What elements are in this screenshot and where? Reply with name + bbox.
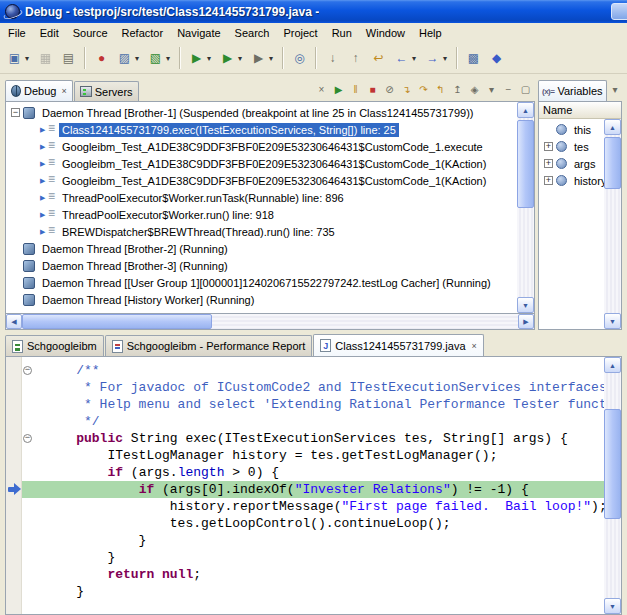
variables-row[interactable]: +tes	[539, 138, 604, 155]
menu-navigate[interactable]: Navigate	[170, 24, 227, 42]
scroll-left-icon[interactable]: ◀	[6, 314, 22, 329]
debug-tree-row[interactable]: ThreadPoolExecutor$Worker.run() line: 91…	[6, 206, 517, 223]
menu-source[interactable]: Source	[66, 24, 115, 42]
scroll-thumb[interactable]	[517, 120, 534, 208]
dropdown-arrow-icon[interactable]: ▾	[164, 54, 172, 63]
editor-tab-schgoogleibm[interactable]: Schgoogleibm	[5, 335, 104, 356]
fold-marker-icon[interactable]: −	[23, 366, 32, 375]
variables-tree[interactable]: this+tes+args+history	[539, 119, 604, 329]
code-line[interactable]: if (args[0].indexOf("Invester Relations"…	[22, 481, 604, 498]
scroll-track[interactable]	[604, 135, 621, 313]
menu-edit[interactable]: Edit	[33, 24, 66, 42]
step-return-button[interactable]: ↰	[433, 82, 448, 97]
new-report-button[interactable]: ▧▾	[144, 46, 175, 70]
code-line[interactable]: − public String exec(ITestExecutionServi…	[22, 430, 604, 447]
scroll-track[interactable]	[22, 314, 518, 329]
editor-lines[interactable]: − /** * For javadoc of ICustomCode2 and …	[22, 357, 604, 614]
debug-tree-row[interactable]: Googleibm_Test_A1DE38C9DDF3FBF0E209E5323…	[6, 138, 517, 155]
code-line[interactable]: − /**	[22, 362, 604, 379]
scroll-down-icon[interactable]: ▼	[604, 313, 621, 329]
menu-project[interactable]: Project	[276, 24, 324, 42]
next-annotation-button[interactable]: ↓	[321, 46, 344, 70]
debug-tree-row[interactable]: ThreadPoolExecutor$Worker.runTask(Runnab…	[6, 189, 517, 206]
minimize-button[interactable]	[611, 3, 627, 20]
code-line[interactable]: }	[22, 583, 604, 600]
scroll-up-icon[interactable]: ▲	[604, 357, 621, 373]
code-line[interactable]: ITestLogManager history = tes.getTestLog…	[22, 447, 604, 464]
debug-vertical-scrollbar[interactable]: ▲ ▼	[517, 102, 534, 313]
view-menu-button[interactable]: ▾	[484, 82, 499, 97]
dropdown-arrow-icon[interactable]: ▾	[267, 54, 275, 63]
menu-file[interactable]: File	[1, 24, 33, 42]
minimize-view-button[interactable]: −	[501, 82, 516, 97]
use-step-filters-button[interactable]: ◈	[467, 82, 482, 97]
run-button[interactable]: ▶▾	[216, 46, 247, 70]
tree-expander[interactable]: +	[544, 159, 553, 168]
back-button[interactable]: ←▾	[390, 46, 421, 70]
scroll-thumb[interactable]	[604, 409, 621, 519]
search-button[interactable]: ◎	[288, 46, 311, 70]
java-perspective-button[interactable]: ◆	[485, 46, 508, 70]
variables-row[interactable]: +args	[539, 155, 604, 172]
suspend-button[interactable]: ‖	[348, 82, 363, 97]
menu-window[interactable]: Window	[359, 24, 412, 42]
debug-tree-row[interactable]: BREWDispatcher$BREWThread(Thread).run() …	[6, 223, 517, 240]
tab-variables[interactable]: (x)= Variables	[538, 80, 607, 101]
editor-tab-schgoogleibm-performance-report[interactable]: Schgoogleibm - Performance Report	[105, 335, 313, 356]
code-line[interactable]: history.reportMessage("First page failed…	[22, 498, 604, 515]
variables-row[interactable]: +history	[539, 172, 604, 189]
code-line[interactable]: tes.getLoopControl().continueLoop();	[22, 515, 604, 532]
tree-expander[interactable]: −	[11, 108, 20, 117]
debug-tree-row[interactable]: Class1241455731799.exec(ITestExecutionSe…	[6, 121, 517, 138]
scroll-up-icon[interactable]: ▲	[604, 119, 621, 135]
dropdown-arrow-icon[interactable]: ▾	[410, 54, 418, 63]
close-icon[interactable]: ×	[472, 341, 477, 351]
variables-name-column-header[interactable]: Name	[539, 102, 621, 119]
remove-all-terminated-button[interactable]: ×	[314, 82, 329, 97]
record-test-button[interactable]: ●	[90, 46, 113, 70]
dropdown-arrow-icon[interactable]: ▾	[133, 54, 141, 63]
maximize-view-button[interactable]: ▢	[518, 82, 533, 97]
title-bar[interactable]: Debug - testproj/src/test/Class124145573…	[0, 0, 627, 23]
code-line[interactable]: * For javadoc of ICustomCode2 and ITestE…	[22, 379, 604, 396]
debug-horizontal-scrollbar[interactable]: ◀ ▶	[5, 314, 535, 330]
debug-tree-row[interactable]: Daemon Thread [Brother-3] (Running)	[6, 257, 517, 274]
code-line[interactable]: */	[22, 413, 604, 430]
debug-tree-row[interactable]: −Daemon Thread [Brother-1] (Suspended (b…	[6, 104, 517, 121]
terminate-button[interactable]: ■	[365, 82, 380, 97]
step-over-button[interactable]: ↷	[416, 82, 431, 97]
dropdown-arrow-icon[interactable]: ▾	[236, 54, 244, 63]
scroll-down-icon[interactable]: ▼	[604, 598, 621, 614]
debug-tree-row[interactable]: Daemon Thread [History Worker] (Running)	[6, 291, 517, 308]
scroll-track[interactable]	[517, 118, 534, 297]
variables-row[interactable]: this	[539, 121, 604, 138]
editor-tab-class1241455731799-java[interactable]: Class1241455731799.java×	[313, 334, 484, 356]
new-performance-test-button[interactable]: ▨▾	[113, 46, 144, 70]
debug-tree-row[interactable]: Googleibm_Test_A1DE38C9DDF3FBF0E209E5323…	[6, 155, 517, 172]
drop-to-frame-button[interactable]: ↥	[450, 82, 465, 97]
external-tools-button[interactable]: ▶▾	[247, 46, 278, 70]
dropdown-arrow-icon[interactable]: ▾	[23, 54, 31, 63]
code-line[interactable]: }	[22, 532, 604, 549]
scroll-down-icon[interactable]: ▼	[517, 297, 534, 313]
scroll-right-icon[interactable]: ▶	[518, 314, 534, 329]
new-wizard-button[interactable]: ▣▾	[3, 46, 34, 70]
previous-annotation-button[interactable]: ↑	[344, 46, 367, 70]
editor-annotation-ruler[interactable]	[6, 357, 22, 614]
forward-button[interactable]: →▾	[421, 46, 452, 70]
code-line[interactable]: return null;	[22, 566, 604, 583]
menu-refactor[interactable]: Refactor	[115, 24, 171, 42]
tab-servers[interactable]: Servers	[74, 81, 139, 101]
debug-tree[interactable]: −Daemon Thread [Brother-1] (Suspended (b…	[6, 102, 517, 313]
scroll-thumb[interactable]	[22, 314, 212, 329]
tab-debug[interactable]: Debug×	[5, 80, 73, 101]
code-line[interactable]: if (args.length > 0) {	[22, 464, 604, 481]
scroll-track[interactable]	[604, 373, 621, 598]
tree-expander[interactable]: +	[544, 176, 553, 185]
code-line[interactable]: * Help menu and select 'Extending Ration…	[22, 396, 604, 413]
debug-tree-row[interactable]: Daemon Thread [Brother-2] (Running)	[6, 240, 517, 257]
fold-marker-icon[interactable]: −	[23, 434, 32, 443]
scroll-up-icon[interactable]: ▲	[517, 102, 534, 118]
tree-expander[interactable]: +	[544, 142, 553, 151]
debug-tree-row[interactable]: Daemon Thread [[User Group 1][000001]124…	[6, 274, 517, 291]
